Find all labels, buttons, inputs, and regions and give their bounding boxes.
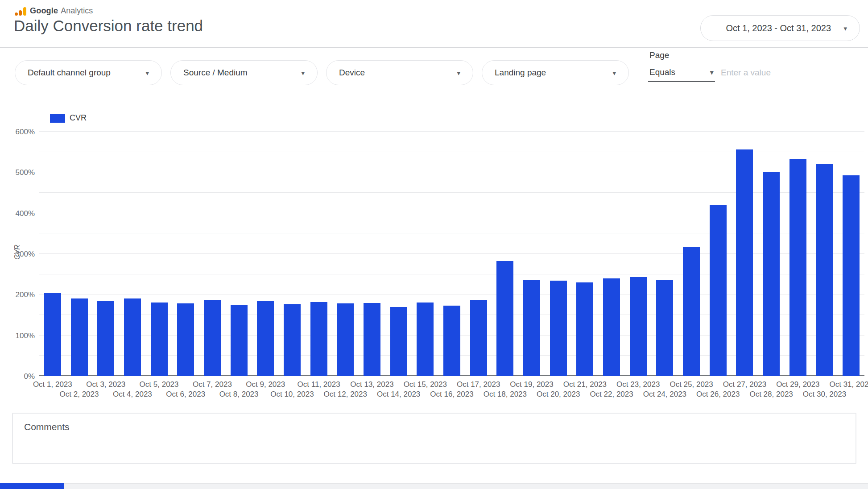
bar[interactable] [204, 300, 221, 376]
bar-slot [571, 132, 598, 376]
x-axis-tick-label: Oct 29, 2023 [776, 380, 819, 389]
bar[interactable] [843, 175, 860, 376]
x-axis-tick-label: Oct 27, 2023 [723, 380, 766, 389]
x-axis-tick-label: Oct 5, 2023 [140, 380, 179, 389]
bar-slot [438, 132, 465, 376]
bar[interactable] [284, 304, 301, 376]
bar-slot [39, 132, 66, 376]
bar-slot [598, 132, 625, 376]
x-axis-tick-label: Oct 3, 2023 [86, 380, 125, 389]
chevron-down-icon: ▾ [710, 69, 714, 76]
bar[interactable] [257, 301, 274, 376]
page-operator-select[interactable]: Equals ▾ [648, 64, 715, 82]
chart-legend: CVR [50, 113, 87, 123]
filter-chip-default-channel-group[interactable]: Default channel group ▾ [15, 60, 162, 85]
filter-chip-source-medium[interactable]: Source / Medium ▾ [170, 60, 318, 85]
bar[interactable] [310, 302, 327, 376]
bar[interactable] [736, 149, 753, 376]
y-axis-tick-label: 400% [0, 209, 35, 218]
bar[interactable] [603, 278, 620, 376]
bar[interactable] [71, 298, 88, 376]
page-value-input[interactable] [721, 64, 857, 82]
bar[interactable] [151, 303, 168, 376]
x-axis-tick-label: Oct 4, 2023 [113, 390, 152, 399]
bar[interactable] [576, 282, 593, 376]
bar[interactable] [124, 298, 141, 376]
date-range-label: Oct 1, 2023 - Oct 31, 2023 [713, 23, 843, 33]
x-axis-tick-label: Oct 7, 2023 [193, 380, 232, 389]
filter-chip-landing-page[interactable]: Landing page ▾ [482, 60, 629, 85]
page-operator-value: Equals [649, 67, 710, 77]
bar[interactable] [683, 247, 700, 376]
bar-slot [359, 132, 385, 376]
bar[interactable] [656, 280, 673, 376]
bar[interactable] [789, 159, 806, 376]
bar[interactable] [337, 303, 354, 376]
page-filter-label: Page [649, 50, 669, 60]
x-axis-tick-label: Oct 15, 2023 [404, 380, 447, 389]
x-axis-labels: Oct 1, 2023Oct 2, 2023Oct 3, 2023Oct 4, … [39, 380, 864, 401]
bar[interactable] [763, 172, 780, 376]
bar[interactable] [44, 293, 61, 376]
x-axis-tick-label: Oct 2, 2023 [60, 390, 99, 399]
bar-slot [518, 132, 545, 376]
comments-label: Comments [24, 422, 70, 432]
y-axis-title: CVR [13, 244, 21, 260]
bar-slot [119, 132, 146, 376]
bar[interactable] [177, 303, 194, 376]
bar-slot [306, 132, 332, 376]
x-axis-tick-label: Oct 21, 2023 [563, 380, 607, 389]
page-title: Daily Conversion rate trend [14, 17, 203, 35]
bar[interactable] [816, 164, 833, 376]
scrollbar-thumb[interactable] [0, 483, 64, 489]
comments-box[interactable]: Comments [12, 413, 856, 464]
bar[interactable] [231, 305, 248, 376]
chevron-down-icon: ▾ [301, 70, 305, 76]
x-axis-tick-label: Oct 25, 2023 [670, 380, 713, 389]
google-analytics-logo: Google Analytics [15, 6, 93, 16]
legend-label-cvr: CVR [70, 113, 87, 123]
bar[interactable] [550, 281, 567, 376]
bar-slot [332, 132, 359, 376]
bar[interactable] [364, 303, 380, 376]
bar-slot [811, 132, 838, 376]
bar-slot [651, 132, 678, 376]
y-axis-tick-label: 200% [0, 290, 35, 299]
bar[interactable] [443, 306, 460, 376]
y-axis-tick-label: 600% [0, 128, 35, 137]
x-axis-tick-label: Oct 16, 2023 [430, 390, 473, 399]
bar-slot [226, 132, 252, 376]
x-axis-tick-label: Oct 10, 2023 [270, 390, 314, 399]
header-divider [0, 47, 868, 48]
x-axis-tick-label: Oct 30, 2023 [803, 390, 846, 399]
bar[interactable] [710, 205, 727, 377]
chevron-down-icon: ▾ [457, 70, 460, 76]
bar-slot [172, 132, 199, 376]
bar-slot [758, 132, 785, 376]
bar-slot [492, 132, 518, 376]
x-axis-tick-label: Oct 17, 2023 [457, 380, 500, 389]
bar-slot [785, 132, 811, 376]
bar[interactable] [630, 277, 647, 376]
bar[interactable] [523, 280, 540, 376]
x-axis-tick-label: Oct 28, 2023 [749, 390, 793, 399]
bar-slot [705, 132, 732, 376]
x-axis-tick-label: Oct 24, 2023 [643, 390, 686, 399]
bar[interactable] [97, 301, 114, 376]
bar[interactable] [390, 307, 407, 376]
date-range-selector[interactable]: Oct 1, 2023 - Oct 31, 2023 ▾ [700, 15, 860, 41]
filter-chip-label: Device [339, 68, 457, 78]
x-axis-tick-label: Oct 13, 2023 [350, 380, 393, 389]
filter-chip-device[interactable]: Device ▾ [326, 60, 473, 85]
bar[interactable] [417, 303, 434, 376]
x-axis-tick-label: Oct 26, 2023 [696, 390, 740, 399]
bar[interactable] [470, 300, 487, 376]
x-axis-tick-label: Oct 20, 2023 [537, 390, 580, 399]
x-axis-tick-label: Oct 1, 2023 [33, 380, 72, 389]
plot-area [39, 132, 864, 376]
x-axis-tick-label: Oct 11, 2023 [298, 380, 340, 389]
chevron-down-icon: ▾ [612, 70, 616, 76]
bar[interactable] [496, 261, 513, 376]
horizontal-scrollbar[interactable] [0, 483, 868, 489]
brand-google: Google [30, 6, 58, 16]
